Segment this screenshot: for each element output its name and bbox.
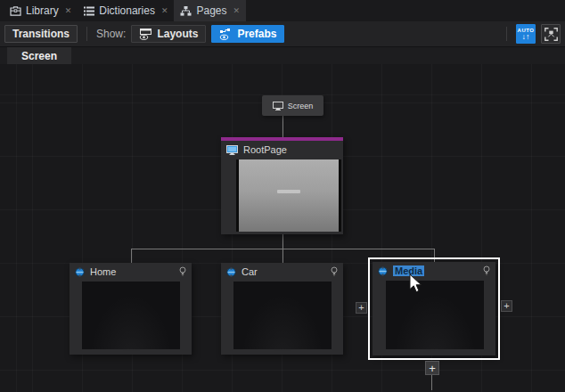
layouts-toggle-button[interactable]: Layouts (131, 25, 206, 43)
node-home[interactable]: Home (70, 263, 192, 355)
prefabs-icon (219, 29, 233, 40)
rootpage-preview (236, 159, 341, 232)
node-label-editing[interactable]: Media (393, 265, 478, 276)
close-icon[interactable]: ✕ (233, 7, 241, 15)
node-preview (82, 282, 180, 349)
node-car[interactable]: Car (221, 263, 343, 355)
breadcrumb-screen[interactable]: Screen (7, 47, 71, 64)
transitions-button[interactable]: Transitions (4, 25, 78, 43)
node-label: Car (242, 266, 325, 277)
pages-panel: Library ✕ Dictionaries ✕ Pages ✕ Transit… (0, 0, 565, 392)
layouts-icon (139, 29, 152, 40)
tab-library[interactable]: Library ✕ (4, 0, 78, 21)
connector-line (131, 249, 132, 263)
fit-view-icon (545, 28, 558, 41)
layouts-label: Layouts (157, 28, 198, 40)
dictionary-icon (84, 6, 94, 16)
toolbox-icon (10, 6, 21, 16)
tab-label: Library (26, 4, 59, 17)
rootpage-preview-image (239, 159, 339, 232)
connector-line (282, 249, 283, 263)
show-label: Show: (96, 28, 126, 40)
prefab-icon (75, 267, 85, 277)
prefabs-toggle-button[interactable]: Prefabs (211, 25, 284, 43)
add-child-page-button[interactable]: + (425, 361, 439, 375)
screen-node-label: Screen (288, 102, 314, 110)
connector-line (282, 116, 283, 137)
node-label: Home (90, 266, 174, 277)
lightbulb-icon[interactable] (179, 266, 186, 277)
hierarchy-icon (180, 6, 192, 16)
panel-tab-bar: Library ✕ Dictionaries ✕ Pages ✕ (0, 0, 565, 21)
tab-dictionaries[interactable]: Dictionaries ✕ (78, 0, 174, 21)
lightbulb-icon[interactable] (483, 265, 490, 276)
auto-arrows: ↓↑ (522, 33, 530, 41)
monitor-icon (226, 145, 238, 155)
preview-text-smudge (277, 190, 300, 193)
tab-label: Dictionaries (99, 4, 155, 17)
connector-line (434, 249, 435, 263)
add-page-button[interactable]: + (501, 300, 512, 312)
transitions-label: Transitions (12, 28, 70, 40)
rootpage-node[interactable]: RootPage (221, 137, 343, 234)
tab-label: Pages (196, 4, 226, 17)
monitor-icon (273, 102, 283, 110)
fit-view-button[interactable] (541, 24, 561, 44)
pages-toolbar: Transitions Show: Layouts Prefabs AUTO ↓… (0, 21, 565, 47)
add-page-button[interactable]: + (356, 302, 367, 314)
breadcrumb: Screen (0, 47, 565, 64)
page-graph-canvas[interactable]: Screen RootPage Home (0, 64, 565, 392)
prefab-icon (226, 267, 236, 277)
connector-line (282, 234, 283, 249)
auto-arrange-button[interactable]: AUTO ↓↑ (516, 24, 536, 44)
close-icon[interactable]: ✕ (161, 7, 168, 15)
prefab-icon (378, 266, 388, 276)
close-icon[interactable]: ✕ (65, 7, 72, 15)
mouse-cursor-icon (409, 274, 424, 297)
toolbar-separator (506, 27, 507, 41)
node-media[interactable]: Media (373, 262, 495, 355)
node-preview (386, 281, 484, 349)
rootpage-label: RootPage (243, 144, 338, 155)
toolbar-separator (86, 27, 87, 41)
lightbulb-icon[interactable] (331, 266, 338, 277)
tab-pages[interactable]: Pages ✕ (174, 0, 246, 21)
connector-line (431, 375, 432, 390)
prefabs-label: Prefabs (237, 28, 276, 40)
screen-node[interactable]: Screen (262, 95, 323, 116)
node-preview (233, 282, 332, 349)
